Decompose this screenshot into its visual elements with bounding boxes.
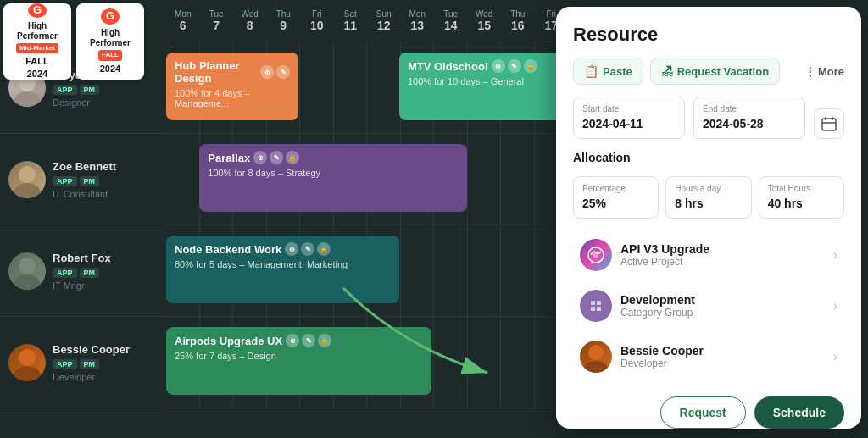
event-mtv-oldschool[interactable]: MTV Oldschool ⊕ ✎ 🔒 100% for 10 days – G… [399, 53, 568, 120]
list-item-bessie[interactable]: Bessie Cooper Developer › [573, 332, 844, 381]
event-node-sub: 80% for 5 days – Management, Marketing [175, 259, 391, 269]
resource-list: API V3 Upgrade Active Project › Developm… [573, 230, 844, 381]
day-col-mon13: Mon 13 [401, 9, 435, 32]
vacation-icon: 🏖 [661, 64, 673, 78]
vacation-label: Request Vacation [677, 65, 769, 78]
svg-rect-17 [591, 307, 595, 311]
event-hub-planner-sub: 100% for 4 days – Manageme... [175, 88, 290, 108]
day-col-thu9: Thu 9 [267, 9, 301, 32]
paste-button[interactable]: 📋 Paste [573, 58, 643, 85]
event-airpods[interactable]: Airpods Upgrade UX ⊕ ✎ 🔒 25% for 7 days … [166, 327, 431, 395]
hours-value: 8 hrs [675, 197, 703, 210]
badge-high-performer-midmarket: G High Performer Mid-Market FALL2024 [3, 3, 71, 80]
day-col-fri10: Fri 10 [300, 9, 334, 32]
svg-rect-9 [822, 119, 836, 130]
svg-point-4 [19, 258, 36, 274]
event-parallax-title: Parallax [208, 152, 250, 164]
list-item-development[interactable]: Development Category Group › [573, 281, 844, 330]
request-button[interactable]: Request [660, 396, 746, 429]
svg-point-19 [588, 345, 604, 360]
cal-row-2: Node Backend Work ⊕ ✎ 🔒 80% for 5 days –… [166, 225, 568, 317]
calendar-area: G High Performer Mid-Market FALL2024 G H… [0, 0, 568, 438]
row-labels: Floyd Miles APP PM Designer Zoe Bennett … [0, 42, 166, 408]
event-node-backend[interactable]: Node Backend Work ⊕ ✎ 🔒 80% for 5 days –… [166, 236, 399, 303]
total-hours-value: 40 hrs [768, 197, 803, 210]
event-airpods-sub: 25% for 7 days – Design [175, 351, 423, 361]
event-parallax-sub: 100% for 8 days – Strategy [208, 168, 459, 178]
end-date-value: 2024-05-28 [703, 117, 764, 130]
development-name: Development [620, 293, 825, 307]
row-robert-fox: Robert Fox APP PM IT Mngr [0, 225, 166, 317]
event-node-title: Node Backend Work [175, 243, 281, 256]
more-label: More [818, 65, 844, 78]
api-project-icon [580, 239, 612, 271]
svg-rect-18 [597, 307, 601, 311]
person-info-bessie: Bessie Cooper APP PM Developer [53, 343, 158, 382]
avatar-robert [8, 252, 46, 290]
badge-title-1: High Performer [7, 21, 68, 42]
person-tags-zoe: APP PM [53, 176, 158, 186]
day-col-mon6: Mon 6 [166, 9, 200, 32]
day-col-tue7: Tue 7 [200, 9, 234, 32]
request-vacation-button[interactable]: 🏖 Request Vacation [650, 58, 780, 85]
calendar-icon [821, 116, 837, 131]
badge-sub-2: FALL [98, 50, 122, 60]
end-date-label: End date [703, 104, 796, 114]
list-item-api[interactable]: API V3 Upgrade Active Project › [573, 230, 844, 280]
chevron-right-icon-dev: › [833, 298, 837, 313]
person-name-bessie: Bessie Cooper [53, 343, 158, 356]
bessie-info: Bessie Cooper Developer [620, 344, 825, 369]
svg-point-1 [14, 91, 41, 107]
calendar-grid: Hub Planner Design ⊕ ✎ 100% for 4 days –… [166, 42, 568, 438]
svg-point-14 [593, 252, 598, 258]
event-mtv-sub: 100% for 10 days – General [408, 76, 559, 86]
day-col-tue14: Tue 14 [434, 9, 468, 32]
panel-footer: Request Schedule [573, 393, 844, 429]
api-project-name: API V3 Upgrade [620, 242, 825, 256]
person-tags-robert: APP PM [53, 268, 158, 278]
development-sub: Category Group [620, 307, 825, 319]
percentage-field: Percentage 25% [573, 176, 659, 219]
person-name-zoe: Zoe Bennett [53, 160, 158, 173]
event-hub-planner[interactable]: Hub Planner Design ⊕ ✎ 100% for 4 days –… [166, 53, 298, 120]
avatar-bessie [8, 344, 46, 381]
start-date-value: 2024-04-11 [582, 117, 643, 130]
svg-point-5 [14, 274, 41, 290]
more-button[interactable]: ⋮ More [804, 65, 844, 78]
calendar-header: Mon 6 Tue 7 Wed 8 Thu 9 Fri 10 Sat 11 Su… [166, 0, 568, 42]
percentage-label: Percentage [582, 184, 649, 193]
allocation-title: Allocation [573, 151, 844, 164]
event-parallax[interactable]: Parallax ⊕ ✎ 🔒 100% for 8 days – Strateg… [199, 144, 467, 212]
day-col-thu16: Thu 16 [501, 9, 535, 32]
g2-logo-2: G [101, 8, 120, 25]
development-category-icon [580, 290, 612, 322]
person-role-zoe: IT Consultant [53, 189, 158, 199]
start-date-field: Start date 2024-04-11 [573, 97, 685, 139]
start-date-label: Start date [582, 104, 676, 114]
total-hours-field: Total Hours 40 hrs [759, 176, 844, 219]
svg-rect-15 [591, 301, 595, 305]
end-date-field: End date 2024-05-28 [693, 97, 805, 139]
badges-container: G High Performer Mid-Market FALL2024 G H… [3, 3, 144, 80]
calendar-picker-button[interactable] [814, 108, 844, 139]
schedule-button[interactable]: Schedule [754, 396, 844, 429]
cal-row-0: Hub Planner Design ⊕ ✎ 100% for 4 days –… [166, 42, 568, 134]
cal-row-1: Parallax ⊕ ✎ 🔒 100% for 8 days – Strateg… [166, 134, 568, 225]
svg-point-3 [14, 183, 41, 198]
event-mtv-title: MTV Oldschool [408, 60, 488, 73]
row-bessie-cooper: Bessie Cooper APP PM Developer [0, 317, 166, 408]
chevron-right-icon-api: › [833, 247, 837, 263]
api-project-info: API V3 Upgrade Active Project [620, 242, 825, 268]
day-col-wed15: Wed 15 [468, 9, 502, 32]
total-hours-label: Total Hours [768, 184, 835, 193]
g2-logo-1: G [28, 3, 47, 18]
bessie-sub: Developer [620, 358, 825, 369]
person-role-robert: IT Mngr [53, 280, 158, 291]
resource-panel: Resource 📋 Paste 🏖 Request Vacation ⋮ Mo… [556, 7, 861, 429]
more-dots-icon: ⋮ [804, 65, 815, 78]
badge-year-1: FALL2024 [25, 55, 49, 80]
development-info: Development Category Group [620, 293, 825, 319]
allocation-row: Percentage 25% Hours a day 8 hrs Total H… [573, 176, 844, 219]
chevron-right-icon-bessie: › [833, 349, 837, 364]
person-role-bessie: Developer [53, 372, 158, 382]
